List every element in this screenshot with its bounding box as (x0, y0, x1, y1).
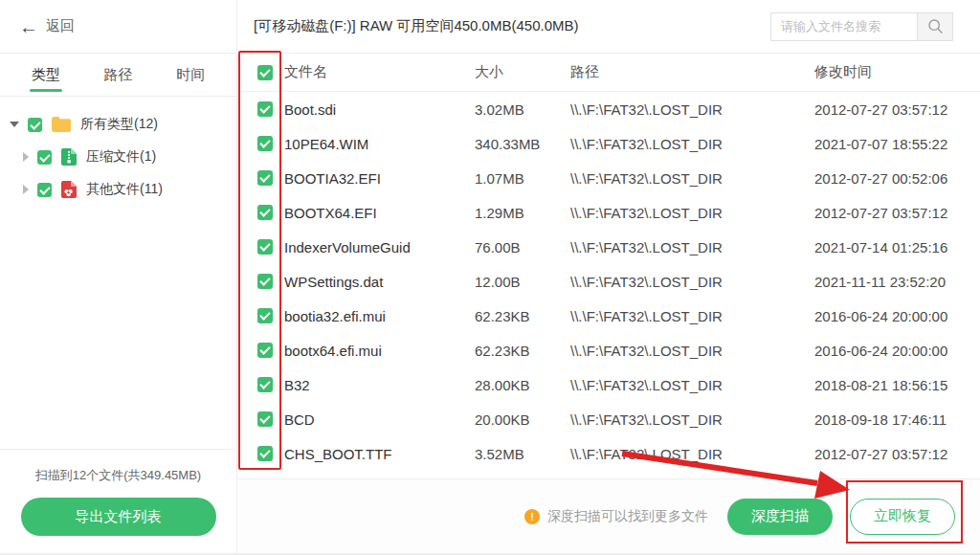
file-name-cell: WPSettings.dat (284, 274, 475, 290)
row-check-cell (238, 170, 284, 186)
row-check-cell (238, 411, 284, 427)
file-path-cell: \\.\F:\FAT32\.LOST_DIR (570, 239, 814, 255)
column-header-name[interactable]: 文件名 (284, 63, 475, 81)
file-name-cell: 10PE64.WIM (284, 136, 475, 152)
search-input[interactable] (770, 12, 917, 41)
file-path-cell: \\.\F:\FAT32\.LOST_DIR (570, 308, 814, 324)
table-row[interactable]: BOOTIA32.EFI 1.07MB \\.\F:\FAT32\.LOST_D… (238, 161, 980, 195)
main-header: [可移动磁盘(F:)] RAW 可用空间450.0MB(450.0MB) (238, 0, 980, 54)
file-modified-cell: 2012-07-27 03:57:12 (814, 446, 980, 462)
file-type-tree: 所有类型(12) 压缩文件(1) (0, 97, 236, 449)
row-checkbox[interactable] (257, 170, 273, 186)
file-size-cell: 62.23KB (475, 343, 570, 359)
tree-item-label: 其他文件(11) (86, 181, 163, 198)
back-arrow-icon: ← (19, 17, 38, 36)
column-header-path[interactable]: 路径 (570, 63, 814, 81)
row-check-cell (238, 239, 284, 255)
deep-scan-button[interactable]: 深度扫描 (727, 499, 833, 535)
file-recovery-window: ← 返回 类型 路径 时间 所有类型(12) (0, 0, 980, 555)
file-path-cell: \\.\F:\FAT32\.LOST_DIR (570, 170, 814, 187)
file-path-cell: \\.\F:\FAT32\.LOST_DIR (570, 101, 814, 118)
row-checkbox[interactable] (257, 377, 273, 392)
column-header-size[interactable]: 大小 (475, 63, 570, 81)
row-checkbox[interactable] (257, 101, 273, 117)
search-button[interactable] (917, 12, 953, 41)
row-checkbox[interactable] (257, 274, 273, 289)
table-row[interactable]: BCD 20.00KB \\.\F:\FAT32\.LOST_DIR 2018-… (238, 402, 980, 436)
file-modified-cell: 2012-07-27 03:57:12 (814, 101, 980, 118)
tab-path[interactable]: 路径 (82, 54, 155, 96)
file-size-cell: 28.00KB (475, 377, 570, 393)
select-all-checkbox[interactable] (257, 65, 273, 80)
row-checkbox[interactable] (257, 308, 273, 323)
file-size-cell: 3.52MB (475, 446, 570, 462)
table-row[interactable]: Boot.sdi 3.02MB \\.\F:\FAT32\.LOST_DIR 2… (238, 92, 980, 126)
tree-item-all-types[interactable]: 所有类型(12) (0, 108, 236, 141)
back-button[interactable]: ← 返回 (19, 17, 75, 36)
tree-item-other-files[interactable]: 其他文件(11) (0, 173, 236, 206)
recover-now-button[interactable]: 立即恢复 (850, 499, 955, 535)
caret-right-icon[interactable] (23, 152, 29, 162)
file-path-cell: \\.\F:\FAT32\.LOST_DIR (570, 136, 814, 152)
checkbox-archive-files[interactable] (37, 150, 52, 165)
caret-right-icon[interactable] (23, 185, 29, 194)
action-footer: ! 深度扫描可以找到更多文件 深度扫描 立即恢复 (238, 478, 980, 553)
row-checkbox[interactable] (257, 343, 273, 358)
row-checkbox[interactable] (257, 446, 273, 461)
file-modified-cell: 2012-07-27 00:52:06 (814, 170, 980, 187)
file-name-cell: BCD (284, 411, 475, 428)
file-name-cell: BOOTIA32.EFI (284, 170, 475, 187)
table-row[interactable]: bootx64.efi.mui 62.23KB \\.\F:\FAT32\.LO… (238, 333, 980, 367)
tab-time[interactable]: 时间 (154, 54, 227, 96)
file-size-cell: 62.23KB (475, 308, 570, 324)
row-check-cell (238, 343, 284, 358)
checkbox-other-files[interactable] (37, 183, 52, 197)
table-row[interactable]: bootia32.efi.mui 62.23KB \\.\F:\FAT32\.L… (238, 299, 980, 333)
deep-scan-hint: 深度扫描可以找到更多文件 (547, 508, 708, 525)
checkbox-all-types[interactable] (28, 118, 42, 132)
column-header-modified[interactable]: 修改时间 (814, 63, 980, 81)
file-modified-cell: 2018-08-21 18:56:15 (814, 377, 980, 393)
file-modified-cell: 2016-06-24 20:00:00 (814, 343, 980, 359)
back-label: 返回 (46, 17, 75, 35)
sidebar: ← 返回 类型 路径 时间 所有类型(12) (0, 0, 237, 553)
table-row[interactable]: CHS_BOOT.TTF 3.52MB \\.\F:\FAT32\.LOST_D… (238, 436, 980, 471)
file-name-cell: bootia32.efi.mui (284, 308, 475, 324)
other-file-icon (60, 180, 78, 199)
row-checkbox[interactable] (257, 411, 273, 427)
caret-down-icon[interactable] (10, 122, 19, 127)
scan-summary: 扫描到12个文件(共349.45MB) (0, 467, 236, 484)
export-file-list-button[interactable]: 导出文件列表 (21, 498, 216, 536)
table-header: 文件名 大小 路径 修改时间 (238, 54, 980, 92)
file-path-cell: \\.\F:\FAT32\.LOST_DIR (570, 446, 814, 462)
file-path-cell: \\.\F:\FAT32\.LOST_DIR (570, 343, 814, 359)
tree-item-archive-files[interactable]: 压缩文件(1) (0, 141, 236, 173)
warning-icon: ! (524, 509, 540, 524)
file-path-cell: \\.\F:\FAT32\.LOST_DIR (570, 377, 814, 393)
table-row[interactable]: IndexerVolumeGuid 76.00B \\.\F:\FAT32\.L… (238, 230, 980, 264)
row-check-cell (238, 308, 284, 323)
file-modified-cell: 2018-09-18 17:46:11 (814, 411, 980, 428)
table-row[interactable]: 10PE64.WIM 340.33MB \\.\F:\FAT32\.LOST_D… (238, 126, 980, 161)
file-name-cell: B32 (284, 377, 475, 393)
drive-title: [可移动磁盘(F:)] RAW 可用空间450.0MB(450.0MB) (254, 17, 770, 35)
file-name-cell: Boot.sdi (284, 101, 475, 118)
table-row[interactable]: WPSettings.dat 12.00B \\.\F:\FAT32\.LOST… (238, 264, 980, 299)
tree-item-label: 所有类型(12) (80, 116, 158, 133)
row-checkbox[interactable] (257, 205, 273, 220)
sidebar-tabs: 类型 路径 时间 (0, 54, 236, 97)
file-size-cell: 1.29MB (475, 205, 570, 221)
file-size-cell: 12.00B (475, 274, 570, 290)
search-bar (770, 12, 953, 41)
file-modified-cell: 2012-07-27 03:57:12 (814, 205, 980, 221)
file-size-cell: 340.33MB (475, 136, 570, 152)
tab-type[interactable]: 类型 (10, 54, 82, 96)
row-checkbox[interactable] (257, 239, 273, 255)
file-path-cell: \\.\F:\FAT32\.LOST_DIR (570, 205, 814, 221)
main-panel: [可移动磁盘(F:)] RAW 可用空间450.0MB(450.0MB) 文件名… (238, 0, 980, 553)
table-row[interactable]: BOOTX64.EFI 1.29MB \\.\F:\FAT32\.LOST_DI… (238, 195, 980, 230)
row-check-cell (238, 136, 284, 151)
file-name-cell: bootx64.efi.mui (284, 343, 475, 359)
table-row[interactable]: B32 28.00KB \\.\F:\FAT32\.LOST_DIR 2018-… (238, 367, 980, 402)
row-checkbox[interactable] (257, 136, 273, 151)
